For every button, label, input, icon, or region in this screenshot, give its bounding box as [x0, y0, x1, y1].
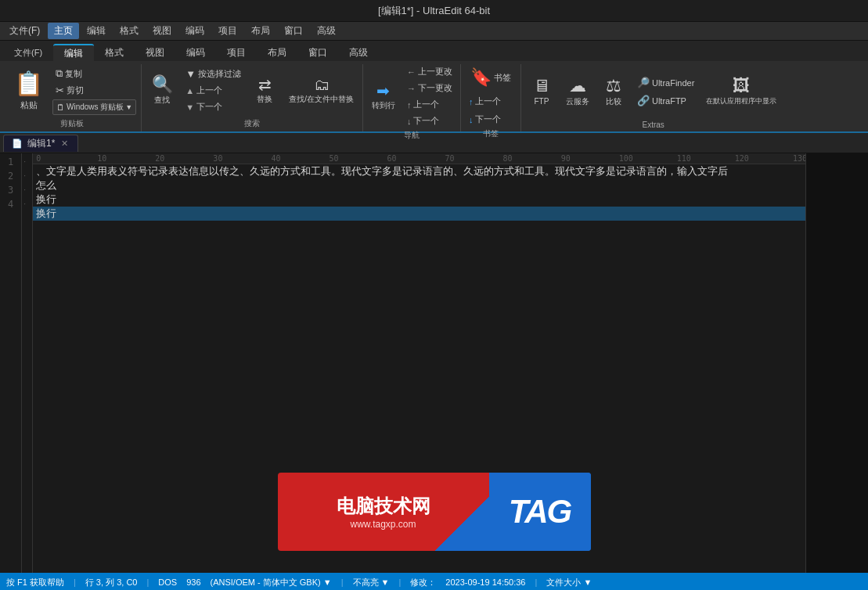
tab-layout[interactable]: 窗口: [297, 44, 338, 61]
copy-button[interactable]: ⧉ 复制: [52, 66, 136, 81]
nav-next-button[interactable]: ↓ 下一个: [404, 113, 456, 128]
default-app-icon: 🖼: [733, 77, 750, 95]
menu-project[interactable]: 项目: [212, 23, 243, 39]
find-prev-button[interactable]: ▲ 上一个: [182, 83, 244, 98]
status-highlight[interactable]: 不高亮 ▼: [353, 577, 390, 588]
nav-group: ➡ 转到行 ← 上一更改 → 下一更改 ↑ 上一个: [363, 64, 461, 131]
find-prev-label: 上一个: [196, 85, 222, 96]
paste-label: 粘贴: [20, 99, 38, 111]
cut-button[interactable]: ✂ 剪切: [52, 83, 136, 98]
tab-file[interactable]: 文件(F): [3, 44, 53, 61]
tab-file-icon: 📄: [12, 139, 23, 149]
watermark-sub-text: www.tagxp.com: [350, 519, 416, 530]
gutter: · · · ·: [22, 153, 33, 573]
bm-prev-icon: ↑: [469, 97, 474, 106]
paste-icon: 📋: [14, 70, 43, 97]
status-position: 行 3, 列 3, C0: [85, 577, 138, 588]
tab-home[interactable]: 编辑: [53, 44, 94, 61]
default-app-button[interactable]: 🖼 在默认应用程序中显示: [702, 68, 780, 115]
prev-change-icon: ←: [407, 67, 416, 77]
menu-edit[interactable]: 编辑: [81, 23, 112, 39]
bm-next-button[interactable]: ↓ 下一个: [466, 112, 505, 127]
menu-encode[interactable]: 编码: [179, 23, 211, 39]
tab-project[interactable]: 布局: [257, 44, 297, 61]
tab-window[interactable]: 高级: [338, 44, 379, 61]
find-next-label: 下一个: [196, 101, 222, 113]
menu-window[interactable]: 窗口: [278, 23, 309, 39]
cut-icon: ✂: [56, 85, 64, 96]
watermark-main-text: 电脑技术网: [337, 494, 430, 519]
menu-view[interactable]: 视图: [146, 23, 178, 39]
status-modified-label: 修改：: [410, 577, 436, 588]
tab-view[interactable]: 编码: [175, 44, 216, 61]
paste-button[interactable]: 📋 粘贴: [8, 67, 49, 114]
tab-encode[interactable]: 项目: [216, 44, 257, 61]
clipboard-arrow: ▼: [125, 103, 132, 111]
compare-button[interactable]: ⚖ 比较: [598, 68, 629, 115]
compare-label: 比较: [606, 97, 621, 106]
next-change-button[interactable]: → 下一更改: [404, 81, 456, 95]
status-filesize[interactable]: 文件大小 ▼: [546, 577, 592, 588]
next-change-label: 下一更改: [418, 82, 452, 94]
line-num-2: 2: [5, 169, 16, 183]
menu-file[interactable]: 文件(F): [3, 23, 46, 39]
ultra-ftp-icon: 🔗: [637, 95, 650, 106]
tab-format[interactable]: 视图: [135, 44, 175, 61]
ultra-ftp-button[interactable]: 🔗 UltraFTP: [634, 93, 697, 108]
filter-select-button[interactable]: ▼ 按选择过滤: [182, 67, 244, 81]
goto-label: 转到行: [372, 101, 395, 110]
menu-home[interactable]: 主页: [48, 23, 79, 39]
tab-close-button[interactable]: ✕: [59, 139, 70, 149]
status-encoding[interactable]: (ANSI/OEM - 简体中文 GBK) ▼: [211, 577, 332, 588]
ultra-finder-button[interactable]: 🔎 UltraFinder: [634, 75, 697, 90]
line-num-1: 1: [5, 155, 16, 169]
goto-icon: ➡: [376, 83, 390, 99]
clipboard-dropdown[interactable]: 🗒 Windows 剪贴板 ▼: [52, 99, 136, 115]
text-line-2: 怎么: [33, 178, 805, 192]
find-files-label: 查找/在文件中替换: [289, 95, 354, 104]
cut-label: 剪切: [67, 85, 84, 96]
status-line-ending: DOS: [158, 577, 177, 587]
bookmark-button[interactable]: 🔖 书签: [466, 64, 516, 91]
status-bar: 按 F1 获取帮助 | 行 3, 列 3, C0 | DOS 936 (ANSI…: [0, 573, 868, 590]
bookmark-group-label: 书签: [466, 127, 516, 142]
status-hint: 按 F1 获取帮助: [6, 577, 64, 588]
nav-prev-icon: ↑: [407, 100, 412, 110]
bookmark-label: 书签: [494, 72, 511, 84]
find-next-button[interactable]: ▼ 下一个: [182, 99, 244, 114]
cloud-button[interactable]: ☁ 云服务: [562, 68, 593, 115]
clipboard-group-label: 剪贴板: [8, 117, 136, 131]
menu-layout[interactable]: 布局: [245, 23, 276, 39]
clipboard-label: Windows 剪贴板: [67, 102, 124, 113]
text-line-1: 、文字是人类用表义符号记录表达信息以传之、久远的方式和工具。现代文字多是记录语言…: [33, 164, 805, 178]
bm-next-icon: ↓: [469, 115, 474, 124]
line-numbers: 1 2 3 4: [0, 153, 22, 573]
filter-label: 按选择过滤: [198, 68, 241, 80]
nav-prev-button[interactable]: ↑ 上一个: [404, 97, 456, 112]
goto-button[interactable]: ➡ 转到行: [368, 73, 399, 120]
menu-format[interactable]: 格式: [113, 23, 145, 39]
nav-group-label: 导航: [368, 128, 456, 143]
bm-prev-label: 上一个: [475, 95, 501, 107]
line-num-4: 4: [5, 197, 16, 211]
menu-bar: 文件(F) 主页 编辑 格式 视图 编码 项目 布局 窗口 高级: [0, 22, 868, 41]
extras-group-label: Extras: [526, 119, 780, 131]
prev-change-button[interactable]: ← 上一更改: [404, 64, 456, 79]
tab-advanced[interactable]: [379, 44, 401, 61]
menu-advanced[interactable]: 高级: [311, 23, 342, 39]
bm-prev-button[interactable]: ↑ 上一个: [466, 94, 505, 109]
text-line-4: 换行: [33, 207, 805, 221]
editor-tab[interactable]: 📄 编辑1* ✕: [3, 135, 78, 152]
find-button[interactable]: 🔍 查找: [146, 67, 178, 114]
find-in-files-button[interactable]: 🗂 查找/在文件中替换: [285, 67, 358, 114]
cloud-icon: ☁: [569, 77, 586, 95]
ftp-button[interactable]: 🖥 FTP: [526, 68, 557, 115]
nav-prev-label: 上一个: [413, 99, 439, 110]
copy-icon: ⧉: [56, 67, 63, 80]
replace-button[interactable]: ⇄ 替换: [249, 67, 280, 114]
up-icon: ▲: [185, 86, 194, 95]
find-label: 查找: [154, 95, 170, 105]
ultra-ftp-label: UltraFTP: [652, 96, 686, 106]
search-group: 🔍 查找 ▼ 按选择过滤 ▲ 上一个 ▼ 下一个: [142, 64, 363, 131]
tab-edit[interactable]: 格式: [94, 44, 135, 61]
